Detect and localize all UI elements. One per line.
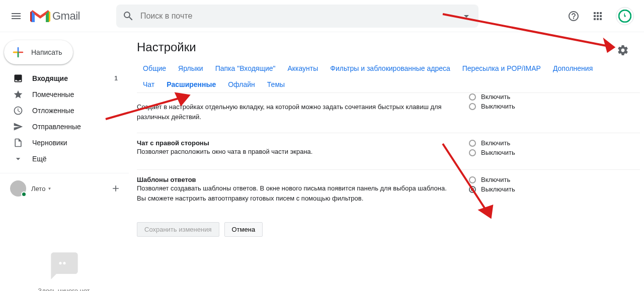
hangouts-panel: Лето ▼ Здесь ничего нет. Начать чат [0,173,129,291]
setting-title: Шаблоны ответов [137,176,453,183]
settings-button[interactable] [613,40,633,60]
page-title: Настройки [137,40,640,54]
tab-themes[interactable]: Темы [261,76,291,92]
main-content: Настройки Общие Ярлыки Папка "Входящие" … [129,32,644,291]
radio-disable[interactable] [469,103,476,110]
sidebar-item-label: Черновики [32,139,67,147]
radio-label-enable: Включить [481,176,510,183]
save-button[interactable]: Сохранить изменения [137,222,219,237]
hangouts-user-row[interactable]: Лето ▼ [0,177,129,200]
radio-label-disable: Выключить [481,103,515,110]
sidebar-item-starred[interactable]: Помеченные [0,86,129,103]
compose-plus-icon [10,44,26,60]
tab-filters[interactable]: Фильтры и заблокированные адреса [324,60,456,76]
search-options-icon[interactable] [460,10,472,22]
sidebar-item-snoozed[interactable]: Отложенные [0,103,129,119]
search-icon [122,10,134,22]
action-row: Сохранить изменения Отмена [137,222,640,237]
chevron-down-icon [13,154,23,164]
compose-button[interactable]: Написать [4,40,73,64]
hamburger-icon [10,10,22,22]
help-button[interactable] [564,6,584,26]
hangouts-empty: Здесь ничего нет. Начать чат [0,250,129,291]
new-chat-button[interactable] [109,181,123,196]
sidebar-item-label: Входящие [32,74,68,82]
inbox-badge: 1 [114,75,123,82]
gmail-wordmark: Gmail [52,10,80,23]
setting-templates: Шаблоны ответов Позволяет создавать шабл… [137,170,640,214]
setting-desc: Позволяет создавать шаблоны ответов. В о… [137,183,453,203]
dropdown-caret-icon: ▼ [47,186,51,191]
setting-title: Чат с правой стороны [137,139,453,147]
hangouts-empty-text: Здесь ничего нет. [0,287,129,291]
star-icon [13,89,23,100]
app-header: Gmail [0,0,644,32]
setting-right-chat: Чат с правой стороны Позволяет расположи… [137,133,640,170]
inbox-icon [13,73,23,83]
account-avatar[interactable] [616,7,634,25]
search-input[interactable] [140,12,460,21]
search-container [116,5,478,28]
tab-labels[interactable]: Ярлыки [172,60,209,76]
avatar-icon [618,10,631,23]
gear-icon [617,44,629,56]
sidebar-item-label: Ещё [32,155,47,163]
quote-bubble-icon [48,250,80,282]
radio-enable[interactable] [469,140,476,147]
gmail-logo[interactable]: Gmail [30,8,80,24]
sidebar-nav: Входящие 1 Помеченные Отложенные Отправл… [0,70,129,167]
radio-enable[interactable] [469,176,476,183]
tab-advanced[interactable]: Расширенные [160,76,222,92]
sidebar-item-more[interactable]: Ещё [0,151,129,167]
setting-controls: Включить Выключить [469,139,610,158]
radio-label-enable: Включить [481,93,510,101]
hangouts-avatar [10,180,26,197]
setting-custom-shortcuts: Пользовательские быстрые клавиши Создает… [137,93,640,133]
header-actions [564,6,640,26]
sidebar-item-label: Отложенные [32,107,74,115]
radio-enable[interactable] [469,93,476,101]
sidebar-item-sent[interactable]: Отправленные [0,119,129,135]
gmail-icon [30,8,50,24]
tab-accounts[interactable]: Аккаунты [282,60,325,76]
setting-controls: Включить Выключить [469,93,610,122]
radio-disable[interactable] [469,149,476,156]
radio-label-enable: Включить [481,139,510,147]
apps-grid-icon [592,10,604,22]
presence-dot [21,191,27,197]
clock-icon [13,106,23,116]
send-icon [13,122,23,132]
hangouts-username: Лето [31,185,45,192]
sidebar-item-inbox[interactable]: Входящие 1 [0,70,129,86]
main-menu-button[interactable] [4,4,28,28]
cancel-button[interactable]: Отмена [224,222,263,237]
settings-tabs: Общие Ярлыки Папка "Входящие" Аккаунты Ф… [137,60,640,93]
sidebar-item-label: Отправленные [32,123,81,131]
setting-desc: Позволяет расположить окно чата в правой… [137,147,453,157]
sidebar-item-drafts[interactable]: Черновики [0,135,129,151]
search-box[interactable] [116,5,478,28]
settings-list: Пользовательские быстрые клавиши Создает… [137,93,640,274]
apps-button[interactable] [588,6,608,26]
tab-general[interactable]: Общие [137,60,172,76]
tab-addons[interactable]: Дополнения [547,60,599,76]
tab-chat[interactable]: Чат [137,76,160,92]
tab-forwarding[interactable]: Пересылка и POP/IMAP [456,60,547,76]
compose-label: Написать [31,48,62,56]
setting-controls: Включить Выключить [469,176,610,203]
radio-label-disable: Выключить [481,149,515,156]
plus-icon [111,183,121,193]
setting-desc: Создает в настройках отдельную вкладку, … [137,102,453,122]
tab-inbox[interactable]: Папка "Входящие" [209,60,282,76]
help-icon [568,10,580,22]
tab-offline[interactable]: Офлайн [222,76,261,92]
file-icon [13,138,23,148]
radio-label-disable: Выключить [481,185,515,193]
sidebar: Написать Входящие 1 Помеченные Отложенны… [0,32,129,291]
sidebar-item-label: Помеченные [32,90,74,99]
radio-disable[interactable] [469,186,476,193]
